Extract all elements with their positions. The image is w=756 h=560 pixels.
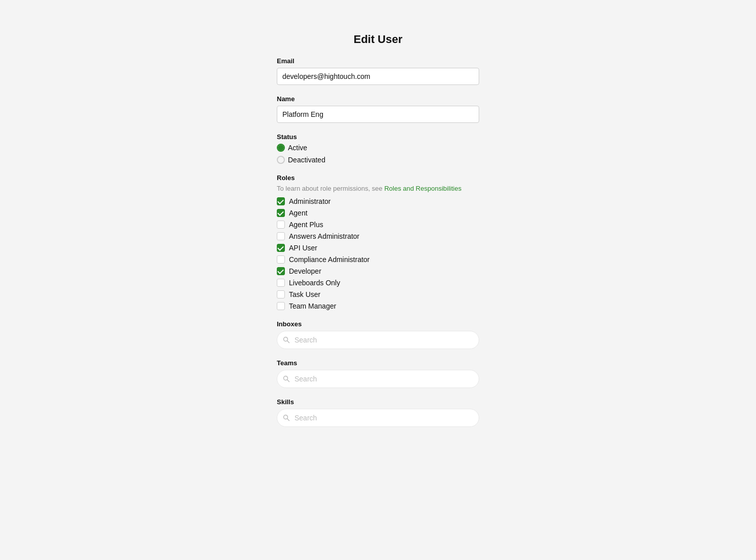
email-field-group: Email xyxy=(277,57,479,85)
role-agent-plus[interactable]: Agent Plus xyxy=(277,221,479,229)
role-team-manager-label: Team Manager xyxy=(289,302,336,310)
role-developer-checkbox[interactable] xyxy=(277,267,285,275)
role-administrator-checkbox[interactable] xyxy=(277,197,285,205)
name-input[interactable] xyxy=(277,106,479,123)
role-agent-label: Agent xyxy=(289,209,308,217)
role-liveboards-only[interactable]: Liveboards Only xyxy=(277,279,479,287)
role-answers-administrator-checkbox[interactable] xyxy=(277,232,285,240)
status-radio-group: Active Deactivated xyxy=(277,144,479,164)
inboxes-field-group: Inboxes xyxy=(277,320,479,349)
skills-label: Skills xyxy=(277,398,479,406)
status-active-radio[interactable] xyxy=(277,144,285,152)
name-label: Name xyxy=(277,95,479,103)
teams-search-wrapper xyxy=(277,370,479,388)
status-active-label: Active xyxy=(288,144,307,152)
status-deactivated-label: Deactivated xyxy=(288,156,325,164)
form-container: Edit User Email Name Status Active Deact… xyxy=(277,28,479,560)
inboxes-search-input[interactable] xyxy=(277,331,479,349)
roles-field-group: Roles To learn about role permissions, s… xyxy=(277,174,479,310)
role-compliance-administrator-checkbox[interactable] xyxy=(277,255,285,264)
role-agent[interactable]: Agent xyxy=(277,209,479,217)
role-task-user[interactable]: Task User xyxy=(277,290,479,298)
role-task-user-label: Task User xyxy=(289,290,320,298)
role-answers-administrator-label: Answers Administrator xyxy=(289,232,359,240)
status-field-group: Status Active Deactivated xyxy=(277,133,479,164)
role-liveboards-only-checkbox[interactable] xyxy=(277,279,285,287)
roles-description: To learn about role permissions, see Rol… xyxy=(277,185,479,192)
email-label: Email xyxy=(277,57,479,65)
page-title: Edit User xyxy=(277,33,479,46)
role-team-manager-checkbox[interactable] xyxy=(277,302,285,310)
inboxes-label: Inboxes xyxy=(277,320,479,328)
role-compliance-administrator-label: Compliance Administrator xyxy=(289,255,370,264)
role-administrator[interactable]: Administrator xyxy=(277,197,479,205)
teams-field-group: Teams xyxy=(277,359,479,388)
skills-search-wrapper xyxy=(277,409,479,427)
roles-label: Roles xyxy=(277,174,479,182)
skills-field-group: Skills xyxy=(277,398,479,427)
role-compliance-administrator[interactable]: Compliance Administrator xyxy=(277,255,479,264)
status-deactivated-radio[interactable] xyxy=(277,156,285,164)
role-agent-checkbox[interactable] xyxy=(277,209,285,217)
role-administrator-label: Administrator xyxy=(289,197,330,205)
role-developer-label: Developer xyxy=(289,267,321,275)
role-developer[interactable]: Developer xyxy=(277,267,479,275)
role-agent-plus-checkbox[interactable] xyxy=(277,221,285,229)
status-label: Status xyxy=(277,133,479,141)
skills-search-input[interactable] xyxy=(277,409,479,427)
role-liveboards-only-label: Liveboards Only xyxy=(289,279,340,287)
role-api-user[interactable]: API User xyxy=(277,244,479,252)
role-api-user-checkbox[interactable] xyxy=(277,244,285,252)
teams-label: Teams xyxy=(277,359,479,367)
name-field-group: Name xyxy=(277,95,479,123)
status-deactivated-option[interactable]: Deactivated xyxy=(277,156,479,164)
role-team-manager[interactable]: Team Manager xyxy=(277,302,479,310)
roles-link[interactable]: Roles and Responsibilities xyxy=(384,185,461,192)
role-agent-plus-label: Agent Plus xyxy=(289,221,323,229)
role-answers-administrator[interactable]: Answers Administrator xyxy=(277,232,479,240)
email-input[interactable] xyxy=(277,68,479,85)
inboxes-search-wrapper xyxy=(277,331,479,349)
roles-checkbox-list: Administrator Agent Agent Plus Answers A… xyxy=(277,197,479,310)
role-task-user-checkbox[interactable] xyxy=(277,290,285,298)
teams-search-input[interactable] xyxy=(277,370,479,388)
status-active-option[interactable]: Active xyxy=(277,144,479,152)
role-api-user-label: API User xyxy=(289,244,317,252)
